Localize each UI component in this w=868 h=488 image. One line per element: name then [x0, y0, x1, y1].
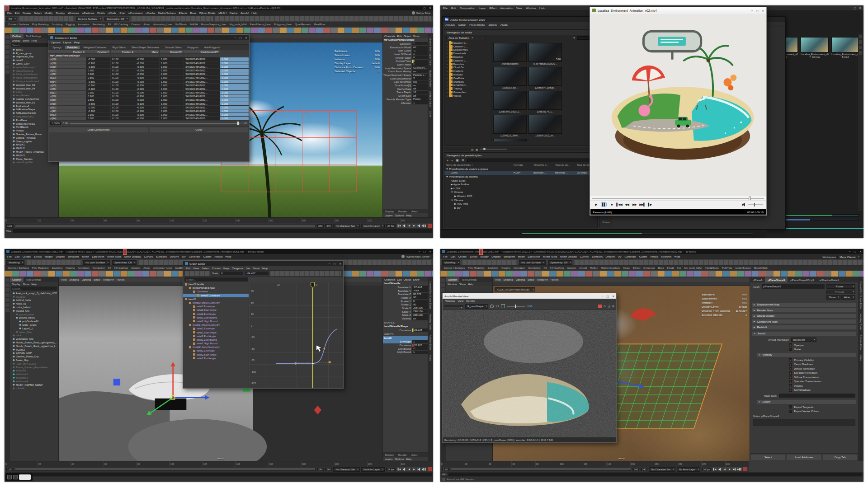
table-row[interactable]: pt[94]0.3000.100-0.1001.0003402823466385… — [48, 117, 249, 120]
viewport-menu-item[interactable]: View — [61, 278, 66, 281]
live-surface-dropdown[interactable]: No Live Surface — [76, 17, 103, 21]
channel-row[interactable]: Depth Sortoff — [383, 94, 428, 98]
list-view-icon[interactable]: ▤ — [471, 148, 474, 151]
graph-channel-item[interactable]: twist2.High Bound — [183, 342, 249, 345]
table-row[interactable]: pt[93]0.1000.100-0.1001.0003402823466385… — [48, 113, 249, 117]
panel-tab[interactable]: Outliner — [10, 34, 24, 38]
table-row[interactable]: pt[23]0.5000.100-0.5001.0003402823466385… — [48, 76, 249, 80]
table-row[interactable]: pt[59]0.5000.100-0.3001.0003402823466385… — [48, 98, 249, 102]
viewport-menu-item[interactable]: Lighting — [516, 278, 525, 281]
channel-row[interactable]: Translate Z80.872 — [383, 292, 428, 296]
shelf-tab[interactable]: PaintEffects_User — [250, 23, 271, 26]
menu-item[interactable]: Surfaces — [156, 255, 167, 258]
lasso-tool-icon[interactable] — [441, 283, 445, 287]
table-row[interactable]: pt[20]-0.1000.100-0.5001.000340282346638… — [48, 65, 249, 69]
move-tool-icon[interactable] — [5, 288, 9, 292]
channel-row[interactable]: Scale X298.106 — [383, 306, 428, 310]
shelf-tab[interactable]: XGen — [623, 267, 630, 269]
forward-icon[interactable]: → — [481, 37, 483, 39]
graph-editor-menu[interactable]: Keys — [223, 267, 229, 270]
playback-button[interactable]: ▶▌ — [732, 467, 737, 471]
viewport-menu-item[interactable]: Renderer — [537, 278, 548, 281]
table-row[interactable]: ffd4LatticeParticleShape — [48, 54, 249, 57]
playback-button[interactable]: ◀ — [722, 467, 727, 471]
time-slider[interactable]: 020406080100120140160180200220240 — [5, 461, 433, 467]
select-tool-icon[interactable] — [5, 278, 9, 282]
component-editor-tab[interactable]: Smooth Skins — [163, 46, 184, 49]
menu-item[interactable]: nConstraint — [128, 11, 143, 14]
time-slider[interactable]: 020406080100120140160180200220240 — [440, 461, 749, 467]
table-row[interactable]: pt[21]0.1000.100-0.5001.0003402823466385… — [48, 69, 249, 72]
graph-channel-item[interactable]: twist2.Envelope — [183, 349, 249, 352]
preset-row[interactable]: ▼ Cinema — [444, 190, 597, 194]
menu-item[interactable]: Cache — [639, 255, 647, 258]
outliner-item[interactable]: Garden_Plants_Grp — [10, 355, 58, 358]
playback-button[interactable]: ▶ — [727, 467, 732, 471]
folder-tree-item[interactable]: ›Vídeos — [444, 94, 491, 98]
folder-tree-item[interactable]: ›Creative C... — [444, 45, 491, 48]
media-tile[interactable]: 12080348_1920_1... — [493, 91, 527, 113]
add-preset-icon[interactable]: + — [447, 159, 448, 162]
table-row[interactable]: pt[90]-0.5000.100-0.1001.000340282346638… — [48, 102, 249, 106]
layer-editor-tab[interactable]: Anim — [409, 209, 420, 213]
shelf-tab[interactable]: QuadRemesh — [295, 23, 311, 26]
shelf-tab[interactable]: Animation — [78, 267, 90, 269]
graph-channel-item[interactable]: twist2.High Bound — [183, 319, 249, 323]
renderview-menu[interactable]: Window — [445, 300, 455, 302]
menu-item[interactable]: Surfaces — [592, 255, 603, 258]
channel-row[interactable]: Level Of Detail1 — [383, 52, 428, 56]
column-header[interactable]: Position Z — [111, 50, 135, 54]
menu-item[interactable]: Help — [675, 255, 680, 258]
folder-tree-item[interactable]: ›Documentos — [444, 48, 491, 52]
layer-editor-menu[interactable]: Layers — [385, 458, 392, 460]
table-row[interactable]: pt[19]-0.3000.100-0.5001.000340282346638… — [48, 61, 249, 65]
stats-value-field[interactable]: -84.487 — [245, 272, 269, 275]
command-input[interactable] — [13, 473, 432, 476]
menu-item[interactable]: Composition — [460, 6, 475, 9]
layer-editor-tab[interactable]: Display — [383, 209, 396, 213]
graph-channel-item[interactable]: Input[2].Input Geometry — [183, 345, 249, 349]
outliner-item[interactable]: aiVolume — [10, 369, 58, 373]
menu-item[interactable]: Select — [34, 11, 42, 14]
shelf-tab[interactable]: Custom — [131, 23, 140, 26]
shelf-tab[interactable]: RealFlow — [314, 23, 325, 26]
playback-button[interactable]: ▌◀ — [712, 467, 717, 471]
channel-row[interactable]: Particle Render TypePoints — [383, 98, 428, 101]
player-control-button[interactable]: ▌◀◀ — [616, 203, 622, 206]
component-editor-menu[interactable]: Options — [51, 41, 61, 44]
menu-item[interactable]: Create — [23, 11, 31, 14]
attribute-editor-button[interactable]: Select — [751, 455, 785, 460]
collapsed-section[interactable]: ▶Object Display — [751, 314, 857, 319]
component-editor-tab[interactable]: Springs — [50, 46, 64, 49]
zoom-slider[interactable] — [480, 149, 507, 150]
minimize-icon[interactable]: – — [419, 250, 420, 253]
title-bar[interactable]: Localiza_Environment_Animation.0061.mb* … — [5, 249, 433, 254]
preset-row[interactable]: ▶ Apple ProRes — [444, 183, 597, 187]
menu-item[interactable]: Curves — [580, 255, 589, 258]
media-tile[interactable]: 16034020_1... — [493, 139, 527, 141]
minimize-icon[interactable]: – — [751, 9, 753, 12]
playback-button[interactable]: ◀ — [407, 467, 411, 471]
sidebar-tab[interactable]: XGen — [429, 355, 432, 361]
menu-item[interactable]: Edit — [14, 11, 19, 14]
tool-icon[interactable] — [859, 35, 862, 38]
layer-editor-menu[interactable]: Help — [406, 214, 411, 217]
panel-tab[interactable]: Outliner — [10, 277, 24, 282]
table-row[interactable]: pt[91]-0.3000.100-0.1001.000340282346638… — [48, 106, 249, 109]
workspace-selector[interactable]: WorkspaceMaya Classic — [822, 255, 861, 259]
checkbox-row[interactable]: ✓Self Shadows — [750, 388, 858, 393]
close-icon[interactable]: ✕ — [612, 295, 614, 298]
viewport-menu-item[interactable]: Panels — [551, 278, 559, 281]
player-control-button[interactable]: ■ — [609, 203, 614, 206]
shelf-tab[interactable]: Poly Modeling — [468, 267, 484, 269]
menu-item[interactable]: Mesh Display — [560, 255, 577, 258]
graph-channel-item[interactable]: twist2.Envelope — [183, 327, 249, 330]
component-editor-titlebar[interactable]: Component Editor –▢✕ — [48, 35, 249, 40]
shelf-tab[interactable]: Rendering — [528, 267, 541, 269]
anim-layer-dropdown[interactable]: No Anim Layer — [361, 467, 385, 472]
menu-item[interactable]: UV — [182, 255, 186, 258]
menu-item[interactable]: Edit — [451, 6, 456, 9]
playback-button[interactable]: ▶▌ — [417, 467, 421, 471]
sidebar-tab[interactable]: Attribute Editor — [429, 335, 432, 350]
layer-editor-menu[interactable]: Options — [395, 214, 404, 217]
